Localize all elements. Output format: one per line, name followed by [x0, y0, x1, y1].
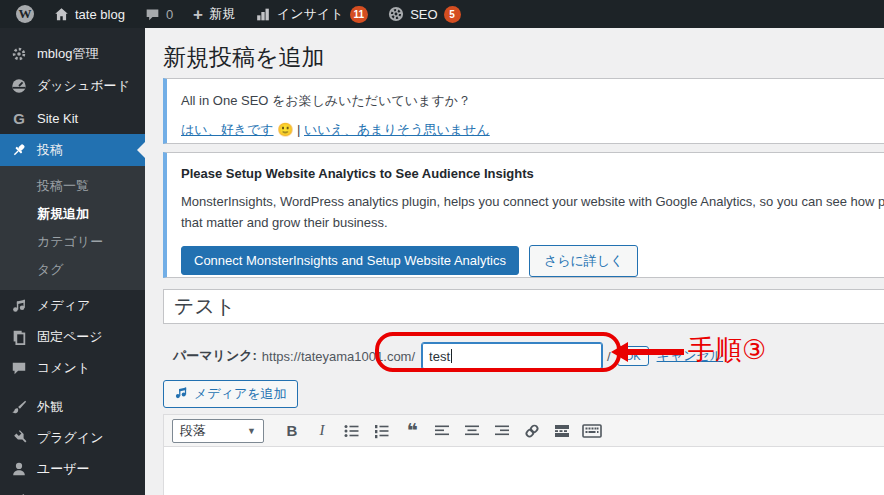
monsterinsights-notice: Please Setup Website Analytics to See Au…	[163, 152, 884, 278]
smiley-emoji-icon: 🙂	[277, 122, 293, 137]
submenu-item-categories[interactable]: カテゴリー	[0, 228, 145, 256]
editor-content-area[interactable]	[164, 447, 884, 495]
sidebar-item-label: コメント	[37, 359, 90, 377]
connect-monsterinsights-button[interactable]: Connect MonsterInsights and Setup Websit…	[181, 246, 519, 275]
site-name-label: tate blog	[75, 7, 125, 22]
read-more-tag-button[interactable]	[548, 419, 576, 443]
insights-label: インサイト	[277, 5, 344, 23]
sidebar-item-comments[interactable]: コメント	[0, 352, 145, 383]
gear-icon	[10, 45, 28, 63]
dashboard-gauge-icon	[10, 77, 28, 95]
paintbrush-icon	[10, 398, 28, 416]
align-left-button[interactable]	[428, 419, 456, 443]
sidebar-item-label: mblog管理	[37, 45, 98, 63]
sidebar-item-media[interactable]: メディア	[0, 290, 145, 321]
paragraph-style-dropdown[interactable]: 段落 ▼	[172, 419, 264, 443]
sidebar-item-label: 投稿	[37, 141, 63, 159]
media-note-icon	[174, 386, 188, 403]
comment-bubble-icon	[10, 359, 28, 377]
bullet-list-button[interactable]	[338, 419, 366, 443]
plus-icon: +	[193, 6, 203, 23]
submenu-item-add-new[interactable]: 新規追加	[0, 200, 145, 228]
numbered-list-button[interactable]	[368, 419, 396, 443]
sidebar-item-label: ダッシュボード	[37, 77, 130, 95]
permalink-slug-input[interactable]: test	[421, 342, 603, 370]
permalink-trailing-slash: /	[607, 349, 611, 364]
aioseo-no-link[interactable]: いいえ、あまりそう思いません	[304, 122, 490, 137]
wordpress-logo-menu[interactable]: W	[6, 0, 44, 28]
sidebar-item-label: ユーザー	[37, 460, 90, 478]
editor-toolbar: 段落 ▼ B I ❝	[164, 415, 884, 447]
sidebar-item-label: Site Kit	[37, 111, 78, 126]
pushpin-icon	[10, 141, 28, 159]
permalink-cancel-link[interactable]: キャンセル	[657, 347, 724, 365]
home-icon	[54, 7, 69, 22]
comments-menu[interactable]: 0	[135, 0, 183, 28]
seo-menu[interactable]: SEO 5	[378, 0, 470, 28]
blockquote-button[interactable]: ❝	[398, 419, 426, 443]
permalink-row: パーマリンク: https://tateyama1001.com/ test /…	[163, 332, 884, 376]
insert-link-button[interactable]	[518, 419, 546, 443]
italic-button[interactable]: I	[308, 419, 336, 443]
sidebar-item-dashboard[interactable]: ダッシュボード	[0, 70, 145, 102]
plug-icon	[10, 429, 28, 447]
toolbar-toggle-button[interactable]	[578, 419, 606, 443]
sidebar-item-label: 外観	[37, 398, 63, 416]
sidebar-item-label: ツール	[37, 491, 77, 495]
sidebar-item-mblog-admin[interactable]: mblog管理	[0, 38, 145, 70]
aioseo-question: All in One SEO をお楽しみいただいていますか？	[181, 92, 884, 110]
comment-bubble-icon	[145, 7, 160, 22]
monsterinsights-heading: Please Setup Website Analytics to See Au…	[181, 166, 884, 181]
learn-more-button[interactable]: さらに詳しく	[529, 245, 639, 277]
add-media-button[interactable]: メディアを追加	[163, 380, 298, 408]
aioseo-feedback-notice: All in One SEO をお楽しみいただいていますか？ はい、好きです 🙂…	[163, 78, 884, 144]
seo-badge: 5	[444, 6, 461, 23]
sidebar-item-pages[interactable]: 固定ページ	[0, 321, 145, 352]
sidebar-item-label: メディア	[37, 297, 90, 315]
google-g-icon: G	[10, 109, 28, 127]
user-icon	[10, 460, 28, 478]
classic-editor: 段落 ▼ B I ❝	[163, 414, 884, 495]
wordpress-admin-screen: W tate blog 0 + 新規 インサイト 11	[0, 0, 884, 495]
align-right-button[interactable]	[488, 419, 516, 443]
link-separator: |	[297, 122, 300, 137]
gear-icon	[388, 6, 404, 22]
wordpress-logo-icon: W	[16, 5, 34, 23]
post-title-input[interactable]	[163, 289, 884, 324]
sidebar-separator	[0, 383, 145, 391]
submenu-item-all-posts[interactable]: 投稿一覧	[0, 172, 145, 200]
sidebar-item-users[interactable]: ユーザー	[0, 453, 145, 484]
permalink-slug-value: test	[429, 349, 450, 364]
monsterinsights-body-line1: MonsterInsights, WordPress analytics plu…	[181, 191, 884, 212]
new-label: 新規	[209, 5, 235, 23]
bold-button[interactable]: B	[278, 419, 306, 443]
aioseo-yes-link[interactable]: はい、好きです	[181, 122, 274, 137]
site-name-link[interactable]: tate blog	[44, 0, 135, 28]
permalink-ok-button[interactable]: OK	[617, 346, 649, 366]
pages-icon	[10, 328, 28, 346]
admin-bar: W tate blog 0 + 新規 インサイト 11	[0, 0, 884, 28]
add-media-label: メディアを追加	[194, 385, 287, 403]
new-content-menu[interactable]: + 新規	[183, 0, 245, 28]
page-title: 新規投稿を追加	[163, 42, 325, 73]
sidebar-item-tools[interactable]: ツール	[0, 484, 145, 495]
sidebar-item-posts[interactable]: 投稿	[0, 134, 145, 166]
permalink-label: パーマリンク:	[173, 347, 257, 365]
sidebar-item-site-kit[interactable]: G Site Kit	[0, 102, 145, 134]
media-note-icon	[10, 297, 28, 315]
permalink-base-url: https://tateyama1001.com/	[262, 349, 415, 364]
sidebar-item-appearance[interactable]: 外観	[0, 391, 145, 422]
admin-sidebar: mblog管理 ダッシュボード G Site Kit 投稿 投稿一覧 新規追加 …	[0, 28, 145, 495]
monsterinsights-body-line2: that matter and grow their business.	[181, 212, 884, 233]
posts-submenu: 投稿一覧 新規追加 カテゴリー タグ	[0, 166, 145, 290]
chevron-down-icon: ▼	[247, 426, 256, 436]
sidebar-item-label: 固定ページ	[37, 328, 103, 346]
sidebar-item-label: プラグイン	[37, 429, 104, 447]
sidebar-item-plugins[interactable]: プラグイン	[0, 422, 145, 453]
paragraph-dropdown-value: 段落	[180, 422, 206, 440]
insights-menu[interactable]: インサイト 11	[245, 0, 378, 28]
wrench-icon	[10, 491, 28, 495]
submenu-item-tags[interactable]: タグ	[0, 256, 145, 284]
align-center-button[interactable]	[458, 419, 486, 443]
comments-count: 0	[166, 7, 173, 22]
